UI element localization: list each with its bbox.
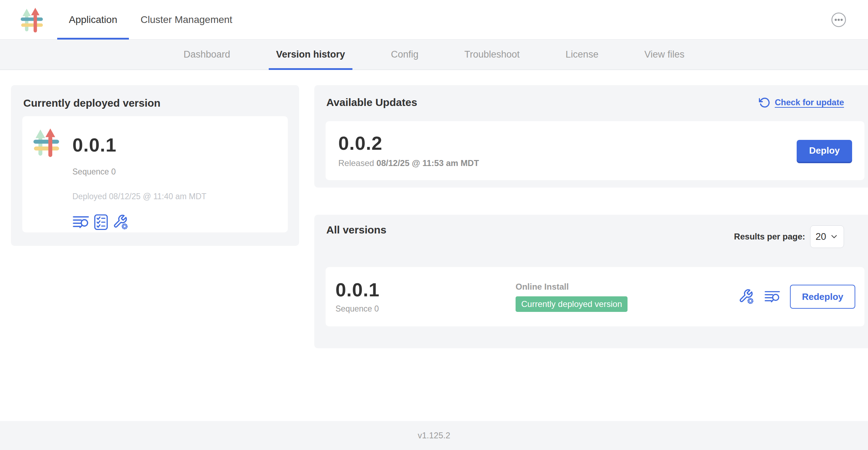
results-per-page-select[interactable]: 20 bbox=[810, 225, 844, 248]
deploy-button[interactable]: Deploy bbox=[797, 140, 852, 162]
currently-deployed-card: Currently deployed version 0.0.1 Sequenc… bbox=[11, 85, 299, 246]
check-for-update-link[interactable]: Check for update bbox=[759, 97, 844, 108]
available-updates-card: Available Updates Check for update 0.0.2 bbox=[314, 85, 868, 188]
view-logs-icon[interactable] bbox=[72, 215, 89, 229]
more-options-button[interactable] bbox=[830, 11, 848, 29]
results-per-page-label: Results per page: bbox=[734, 232, 805, 242]
subtab-troubleshoot-label: Troubleshoot bbox=[464, 49, 520, 60]
admin-console-page: Application Cluster Management Dashboard… bbox=[0, 0, 868, 450]
redeploy-button[interactable]: Redeploy bbox=[790, 285, 855, 309]
top-nav: Application Cluster Management bbox=[0, 0, 868, 40]
subtab-version-history-label: Version history bbox=[276, 49, 345, 60]
tab-application[interactable]: Application bbox=[57, 0, 129, 39]
deployed-version-number: 0.0.1 bbox=[72, 135, 207, 154]
ellipsis-circle-icon bbox=[830, 11, 848, 29]
results-per-page-value: 20 bbox=[815, 231, 826, 242]
update-row: 0.0.2 Released 08/12/25 @ 11:53 am MDT D… bbox=[326, 121, 864, 180]
update-version-number: 0.0.2 bbox=[338, 134, 479, 153]
all-versions-card: All versions Results per page: 20 bbox=[314, 215, 868, 348]
app-logo-icon bbox=[33, 126, 59, 159]
subtab-license-label: License bbox=[566, 49, 599, 60]
app-sub-nav: Dashboard Version history Config Trouble… bbox=[0, 40, 868, 70]
subtab-view-files-label: View files bbox=[644, 49, 685, 60]
preflight-checks-icon[interactable] bbox=[94, 214, 108, 230]
released-timestamp: 08/12/25 @ 11:53 am MDT bbox=[376, 158, 479, 168]
subtab-dashboard[interactable]: Dashboard bbox=[176, 40, 238, 70]
tab-cluster-management[interactable]: Cluster Management bbox=[129, 0, 244, 39]
subtab-dashboard-label: Dashboard bbox=[184, 49, 230, 60]
tab-cluster-management-label: Cluster Management bbox=[141, 14, 232, 25]
app-logo-icon bbox=[20, 7, 43, 32]
subtab-config-label: Config bbox=[391, 49, 418, 60]
main-content: Currently deployed version 0.0.1 Sequenc… bbox=[0, 70, 868, 421]
row-actions: Redeploy bbox=[738, 285, 855, 309]
check-for-update-label: Check for update bbox=[775, 97, 844, 107]
tab-application-label: Application bbox=[69, 14, 117, 25]
deployed-timestamp: Deployed 08/12/25 @ 11:40 am MDT bbox=[72, 192, 207, 201]
currently-deployed-title: Currently deployed version bbox=[23, 97, 299, 109]
refresh-icon bbox=[759, 97, 771, 108]
row-sequence: Sequence 0 bbox=[335, 304, 516, 314]
config-wrench-icon[interactable] bbox=[738, 289, 755, 305]
deployed-version-panel: 0.0.1 Sequence 0 Deployed 08/12/25 @ 11:… bbox=[22, 116, 288, 232]
deployed-sequence: Sequence 0 bbox=[72, 167, 207, 177]
console-version-label: v1.125.2 bbox=[418, 431, 450, 440]
released-label: Released bbox=[338, 158, 374, 168]
subtab-troubleshoot[interactable]: Troubleshoot bbox=[457, 40, 527, 70]
results-per-page: Results per page: 20 bbox=[734, 225, 844, 248]
subtab-license[interactable]: License bbox=[558, 40, 606, 70]
all-versions-title: All versions bbox=[326, 224, 386, 236]
top-nav-tabs: Application Cluster Management bbox=[57, 0, 244, 39]
version-row: 0.0.1 Sequence 0 Online Install Currentl… bbox=[326, 267, 864, 326]
deployed-actions bbox=[72, 214, 207, 230]
install-type-label: Online Install bbox=[516, 282, 738, 292]
currently-deployed-badge: Currently deployed version bbox=[516, 296, 628, 312]
subtab-view-files[interactable]: View files bbox=[637, 40, 692, 70]
config-wrench-icon[interactable] bbox=[113, 214, 129, 230]
row-version-number: 0.0.1 bbox=[335, 280, 516, 299]
subtab-version-history[interactable]: Version history bbox=[269, 40, 352, 70]
footer: v1.125.2 bbox=[0, 421, 868, 450]
chevron-down-icon bbox=[830, 232, 839, 241]
subtab-config[interactable]: Config bbox=[384, 40, 426, 70]
available-updates-title: Available Updates bbox=[326, 96, 417, 108]
view-logs-icon[interactable] bbox=[764, 290, 780, 303]
